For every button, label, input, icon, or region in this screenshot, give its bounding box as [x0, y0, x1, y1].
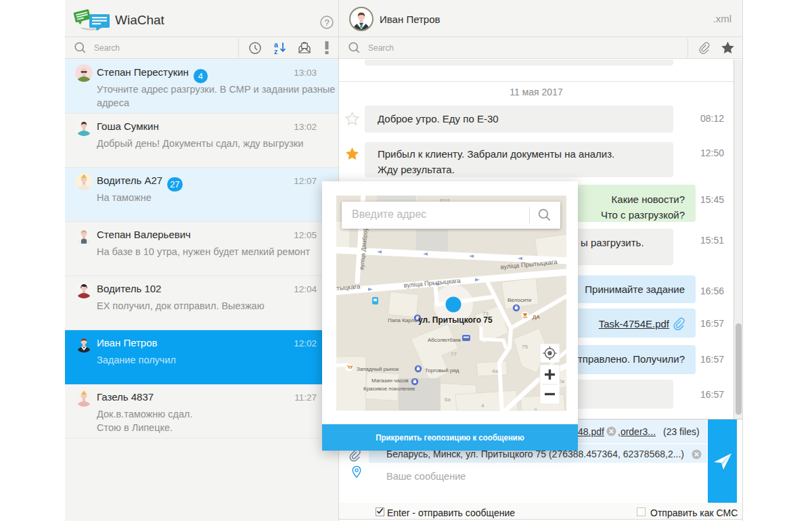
svg-text:77: 77: [451, 351, 457, 357]
svg-text:Абсолютбанк: Абсолютбанк: [428, 337, 461, 343]
svg-text:Магазин часов: Магазин часов: [371, 378, 409, 384]
svg-text:z: z: [274, 47, 277, 55]
svg-text:ул. Притыцкого 75: ул. Притыцкого 75: [418, 315, 493, 325]
svg-text:Западный рынок: Западный рынок: [357, 366, 399, 372]
svg-text:Торговый ряд: Торговый ряд: [425, 367, 459, 373]
svg-text:2: 2: [534, 407, 537, 411]
svg-text:Папа Карло: Папа Карло: [388, 317, 418, 323]
svg-text:6а: 6а: [445, 397, 451, 403]
svg-text:4: 4: [481, 403, 484, 409]
svg-text:4а: 4а: [492, 368, 498, 374]
svg-text:Велосити: Велосити: [508, 297, 531, 303]
svg-text:ДА: ДА: [533, 314, 540, 320]
svg-text:75: 75: [522, 344, 528, 350]
svg-text:?: ?: [324, 18, 329, 28]
svg-text:Красивое поколение: Красивое поколение: [363, 386, 415, 392]
